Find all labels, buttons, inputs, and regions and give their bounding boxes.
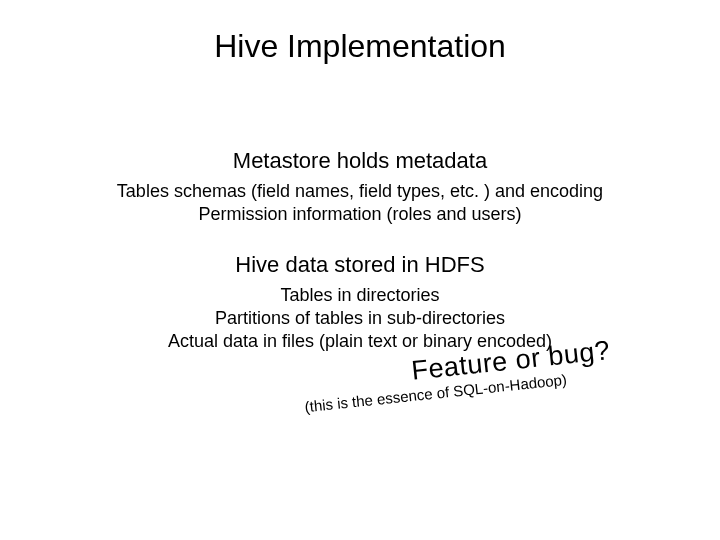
section-2-line-2: Partitions of tables in sub-directories	[0, 307, 720, 330]
section-2-line-1: Tables in directories	[0, 284, 720, 307]
section-2-heading: Hive data stored in HDFS	[0, 252, 720, 278]
slide-title: Hive Implementation	[0, 28, 720, 65]
section-2-line-3: Actual data in files (plain text or bina…	[0, 330, 720, 353]
section-1-line-1: Tables schemas (field names, field types…	[0, 180, 720, 203]
slide: Hive Implementation Metastore holds meta…	[0, 0, 720, 540]
section-2-body: Tables in directories Partitions of tabl…	[0, 284, 720, 353]
section-1-heading: Metastore holds metadata	[0, 148, 720, 174]
section-1-body: Tables schemas (field names, field types…	[0, 180, 720, 226]
section-1-line-2: Permission information (roles and users)	[0, 203, 720, 226]
